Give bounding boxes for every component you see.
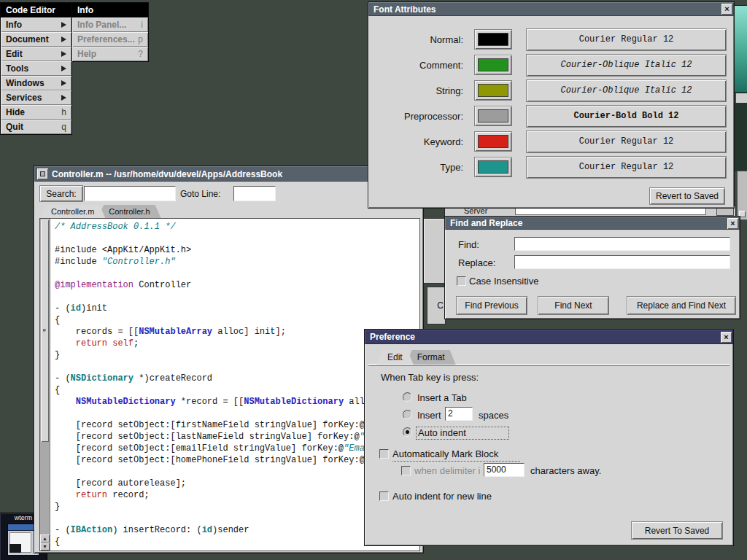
- menu-item-hide[interactable]: Hideh: [1, 105, 71, 120]
- spaces-suffix-label: spaces: [479, 410, 508, 421]
- search-input[interactable]: [84, 186, 176, 201]
- font-attributes-titlebar[interactable]: Font Attributes ×: [368, 2, 734, 16]
- close-icon[interactable]: ×: [727, 218, 738, 229]
- close-icon[interactable]: ×: [721, 332, 732, 343]
- color-well-button[interactable]: [475, 106, 511, 125]
- menu-item-quit[interactable]: Quitq: [1, 120, 71, 134]
- delimiter-count-input[interactable]: 5000: [484, 463, 525, 477]
- replace-and-find-next-button[interactable]: Replace and Find Next: [627, 297, 735, 314]
- replace-input[interactable]: [514, 255, 730, 269]
- insert-spaces-radio[interactable]: [403, 410, 412, 419]
- menu-item-preferences[interactable]: Preferences...p: [72, 32, 148, 47]
- close-icon[interactable]: ×: [721, 4, 732, 15]
- background-window-fragment: [424, 219, 445, 283]
- preference-titlebar[interactable]: Preference ×: [365, 330, 733, 344]
- preference-title: Preference: [366, 332, 721, 342]
- scrollbar-knob[interactable]: [41, 219, 49, 442]
- attribute-label: Keyword:: [377, 136, 463, 147]
- submenu-arrow-icon: [61, 95, 66, 101]
- info-submenu-items: Info Panel...iPreferences...pHelp?: [72, 18, 148, 61]
- menu-item-label: Help: [77, 49, 96, 59]
- font-select-button[interactable]: Courier Regular 12: [527, 157, 726, 178]
- color-well-button[interactable]: [475, 158, 511, 176]
- font-select-button[interactable]: Courier Regular 12: [527, 29, 726, 50]
- auto-indent-label: Auto indent: [416, 427, 509, 440]
- submenu-arrow-icon: [61, 51, 66, 57]
- tab-controller-m[interactable]: Controller.m: [40, 205, 105, 218]
- tab-format[interactable]: Format: [406, 350, 456, 365]
- menu-item-info[interactable]: Info: [1, 18, 71, 32]
- tab-controller-h[interactable]: Controller.h: [98, 205, 160, 218]
- auto-indent-newline-label: Auto indent for new line: [392, 491, 492, 502]
- menu-item-info-panel[interactable]: Info Panel...i: [72, 18, 148, 32]
- scroll-down-button[interactable]: ▼: [40, 542, 50, 551]
- code-line: [55, 268, 419, 279]
- find-previous-button[interactable]: Find Previous: [457, 297, 527, 314]
- find-replace-titlebar[interactable]: Find and Replace ×: [445, 217, 740, 230]
- font-select-button[interactable]: Courier-Oblique Italic 12: [527, 80, 726, 101]
- font-select-button[interactable]: Courier-Bold Bold 12: [527, 106, 726, 127]
- menu-item-label: Windows: [6, 78, 44, 88]
- delimiter-checkbox[interactable]: [401, 466, 411, 475]
- app-menu-items: InfoDocumentEditToolsWindowsServicesHide…: [1, 18, 71, 134]
- code-line: #include <AppKit/AppKit.h>: [55, 244, 419, 256]
- menu-item-document[interactable]: Document: [1, 32, 71, 47]
- tab-edit[interactable]: Edit: [376, 350, 414, 365]
- find-replace-title: Find and Replace: [446, 218, 727, 228]
- app-menu-title[interactable]: Code Editor: [1, 3, 71, 18]
- search-button[interactable]: Search:: [40, 186, 82, 201]
- revert-to-saved-button[interactable]: Revert To Saved: [632, 522, 722, 539]
- vertical-scrollbar[interactable]: ▲ ▼: [40, 219, 50, 551]
- tab-key-section-label: When Tab key is press:: [381, 372, 479, 383]
- goto-line-input[interactable]: [233, 186, 276, 201]
- case-insensitive-checkbox[interactable]: [457, 276, 466, 286]
- submenu-arrow-icon: [61, 22, 66, 28]
- attribute-label: Normal:: [377, 34, 463, 45]
- menu-item-label: Info: [6, 20, 22, 30]
- find-input[interactable]: [514, 237, 730, 251]
- fragment-scrollbar: [716, 207, 734, 216]
- editor-titlebar[interactable]: Controller.m -- /usr/home/dvu/devel/Apps…: [34, 166, 423, 182]
- menu-item-services[interactable]: Services: [1, 90, 71, 105]
- menu-item-windows[interactable]: Windows: [1, 76, 71, 90]
- miniaturize-button[interactable]: [37, 168, 48, 179]
- attribute-label: String:: [377, 85, 463, 96]
- auto-indent-newline-checkbox[interactable]: [379, 491, 389, 501]
- font-attribute-row: String:Courier-Oblique Italic 12: [368, 79, 734, 101]
- color-well-button[interactable]: [475, 30, 511, 49]
- menu-item-label: Tools: [6, 63, 28, 74]
- menu-item-help[interactable]: Help?: [72, 47, 148, 61]
- font-select-button[interactable]: Courier Regular 12: [527, 131, 726, 152]
- case-insensitive-label: Case Insensitive: [469, 276, 538, 287]
- preference-window: Preference × EditFormat When Tab key is …: [365, 330, 733, 545]
- submenu-arrow-icon: [61, 80, 66, 86]
- code-line: - (id)init: [55, 303, 419, 314]
- menu-item-label: Hide: [6, 107, 25, 117]
- color-swatch: [478, 135, 508, 148]
- spaces-count-input[interactable]: 2: [445, 407, 473, 421]
- menu-item-tools[interactable]: Tools: [1, 61, 71, 76]
- revert-to-saved-button[interactable]: Revert to Saved: [650, 188, 724, 204]
- find-label: Find:: [458, 239, 479, 250]
- menu-key-equivalent: p: [138, 34, 143, 44]
- color-swatch: [478, 84, 508, 97]
- color-well-button[interactable]: [475, 81, 511, 100]
- scroll-up-button[interactable]: ▲: [40, 534, 50, 542]
- find-next-button[interactable]: Find Next: [538, 297, 608, 314]
- font-select-button[interactable]: Courier-Oblique Italic 12: [527, 55, 726, 76]
- insert-tab-radio[interactable]: [403, 392, 412, 402]
- editor-content: ▲ ▼ /* AddressBook 0.1.1 */ #include <Ap…: [39, 218, 420, 551]
- info-submenu-title[interactable]: Info: [72, 3, 148, 18]
- color-well-button[interactable]: [475, 55, 511, 74]
- auto-indent-radio[interactable]: [403, 427, 412, 437]
- fragment-field: [515, 207, 706, 215]
- submenu-arrow-icon: [61, 36, 66, 42]
- menu-item-edit[interactable]: Edit: [1, 47, 71, 61]
- color-well-button[interactable]: [475, 132, 511, 151]
- color-swatch: [478, 33, 508, 46]
- code-line: {: [55, 314, 419, 326]
- code-line: [55, 291, 419, 303]
- delimiter-label: when delimiter i: [414, 465, 480, 476]
- mark-block-checkbox[interactable]: [379, 449, 389, 459]
- attribute-label: Type:: [377, 162, 463, 173]
